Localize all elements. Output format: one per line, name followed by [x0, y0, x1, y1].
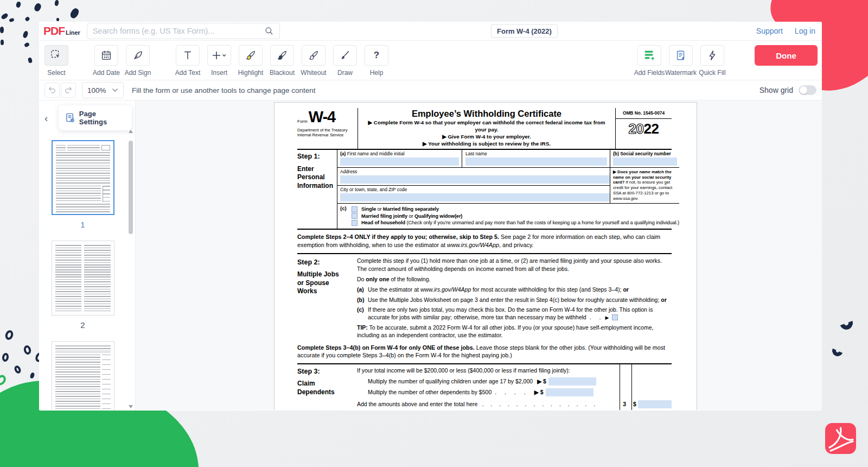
add-sign-button[interactable]: Add Sign — [126, 45, 150, 77]
page-thumbnail-2[interactable] — [52, 241, 114, 315]
pdfliner-logo[interactable]: PDF Liner — [43, 24, 80, 37]
page-settings-button[interactable]: Page Settings — [59, 105, 132, 130]
step3-line3: Add the amounts above and enter the tota… — [357, 400, 618, 409]
last-name-field[interactable] — [465, 157, 607, 166]
step3-sub1: Claim — [297, 380, 357, 388]
select-tool-button[interactable]: Select — [44, 45, 68, 77]
blackout-button[interactable]: Blackout — [270, 45, 294, 77]
watermark-button[interactable]: Watermark — [669, 45, 693, 77]
text-icon — [182, 49, 194, 61]
step3-label: Step 3: — [297, 368, 357, 375]
calendar-icon — [100, 49, 112, 61]
city-field[interactable] — [340, 193, 610, 201]
support-link[interactable]: Support — [756, 27, 783, 35]
other-dependents-field[interactable] — [546, 388, 593, 396]
logo-pdf-text: PDF — [43, 24, 65, 37]
add-date-button[interactable]: Add Date — [94, 45, 118, 77]
sidebar-scrollbar — [128, 130, 133, 408]
page-number-1[interactable]: 1 — [80, 220, 85, 229]
hook-doodle — [838, 314, 855, 332]
show-grid-control: Show grid — [760, 85, 818, 95]
step2-option-c: (c) If there are only two jobs total, yo… — [357, 306, 672, 321]
step1-sub3: Information — [297, 182, 335, 191]
filing-status-row: (c) Single or Married filing separately … — [337, 203, 679, 229]
highlight-brush-icon — [245, 49, 257, 61]
quill-pen-icon — [132, 49, 144, 61]
show-grid-toggle[interactable] — [799, 85, 816, 95]
two-jobs-checkbox[interactable] — [612, 314, 618, 320]
qualifying-children-field[interactable] — [548, 377, 596, 386]
undo-button[interactable] — [44, 83, 60, 98]
toolbar-right-group: Add Fields Watermark Quick Fill — [637, 45, 818, 77]
head-of-household-checkbox[interactable] — [352, 220, 358, 226]
highlight-button[interactable]: Highlight — [239, 45, 263, 77]
plus-chevron-icon — [212, 49, 227, 61]
ssn-box: (b) Social security number ▶ Does your n… — [610, 150, 679, 204]
step3-intro: If your total income will be $200,000 or… — [357, 367, 618, 374]
first-name-field[interactable] — [340, 157, 459, 166]
ink-blot — [24, 16, 30, 22]
scroll-down-arrow[interactable] — [129, 405, 133, 408]
ring-doodle — [13, 364, 22, 374]
w4-header-center: Employee’s Withholding Certificate ▶ Com… — [358, 108, 615, 149]
page-thumbnails: 1 2 — [39, 129, 126, 410]
top-links: Support Log in — [756, 27, 818, 35]
ssn-field[interactable] — [613, 157, 677, 166]
w4-bullet-3: ▶ Your withholding is subject to review … — [362, 141, 611, 148]
steps-2-4-note-url: www.irs.gov/W4App — [447, 242, 499, 248]
ink-blot — [54, 0, 59, 7]
done-button[interactable]: Done — [755, 45, 818, 66]
scrollbar-thumb[interactable] — [129, 141, 133, 234]
content-area: ‹ Page Settings — [39, 100, 822, 410]
steps-3-4b-note-bold: Complete Steps 3–4(b) on Form W-4 for on… — [297, 344, 475, 351]
step2-option-b: (b) Use the Multiple Jobs Worksheet on p… — [357, 296, 672, 304]
add-fields-label: Add Fields — [634, 69, 665, 77]
step2-sub2: or Spouse — [297, 279, 357, 288]
step3-total-field[interactable] — [638, 400, 672, 408]
whiteout-button[interactable]: Whiteout — [302, 45, 326, 77]
ink-blot — [1, 12, 9, 20]
step2-section: Step 2: Multiple Jobs or Spouse Works Co… — [297, 254, 672, 342]
quick-fill-button[interactable]: Quick Fill — [700, 45, 724, 77]
year-outline: 20 — [629, 121, 644, 137]
hook-doodle — [831, 344, 845, 358]
collapse-sidebar-button[interactable]: ‹ — [44, 113, 54, 123]
married-jointly-checkbox[interactable] — [352, 213, 358, 219]
page-thumbnail-3[interactable] — [52, 341, 114, 410]
step1-section: Step 1: Enter Personal Information (a) F… — [297, 150, 672, 230]
search-input[interactable] — [93, 27, 264, 35]
add-fields-icon — [643, 49, 656, 62]
draw-button[interactable]: Draw — [333, 45, 357, 77]
search-icon[interactable] — [264, 26, 274, 36]
step2-label: Step 2: — [297, 258, 357, 266]
page-settings-label: Page Settings — [79, 110, 125, 126]
pdfliner-app: PDF Liner Form W-4 (2022) Support Log in — [39, 22, 822, 411]
document-canvas: Form W-4 Department of the Treasury Inte… — [136, 100, 822, 410]
help-button[interactable]: ? Help — [365, 45, 388, 77]
ring-doodle — [23, 345, 32, 356]
single-checkbox[interactable] — [352, 206, 358, 212]
redo-button[interactable] — [61, 83, 76, 98]
add-text-button[interactable]: Add Text — [176, 45, 200, 77]
ink-blot — [28, 57, 33, 63]
step2-paragraph-2: Do only one of the following. — [357, 275, 672, 283]
filing-status-tag: (c) — [337, 205, 352, 226]
address-label: Address — [340, 169, 610, 174]
login-link[interactable]: Log in — [795, 27, 815, 35]
scroll-up-arrow[interactable] — [129, 130, 133, 133]
ink-blot — [22, 30, 29, 39]
w4-header-left: Form W-4 Department of the Treasury Inte… — [297, 108, 358, 149]
add-fields-button[interactable]: Add Fields — [637, 45, 661, 77]
address-field[interactable] — [340, 175, 610, 184]
select-tool-label: Select — [47, 69, 65, 77]
page-number-2[interactable]: 2 — [80, 320, 85, 330]
step2-option-a: (a) Use the estimator at www.irs.gov/W4A… — [357, 286, 672, 293]
insert-button[interactable]: Insert — [207, 45, 231, 77]
ink-blot — [1, 40, 4, 45]
ink-blot — [29, 372, 35, 379]
step3-line2: Multiply the number of other dependents … — [357, 388, 618, 396]
page-settings-icon — [65, 112, 75, 123]
step1-sub2: Personal — [297, 173, 335, 182]
zoom-select[interactable]: 100% — [82, 82, 124, 98]
page-thumbnail-1[interactable] — [52, 140, 114, 215]
